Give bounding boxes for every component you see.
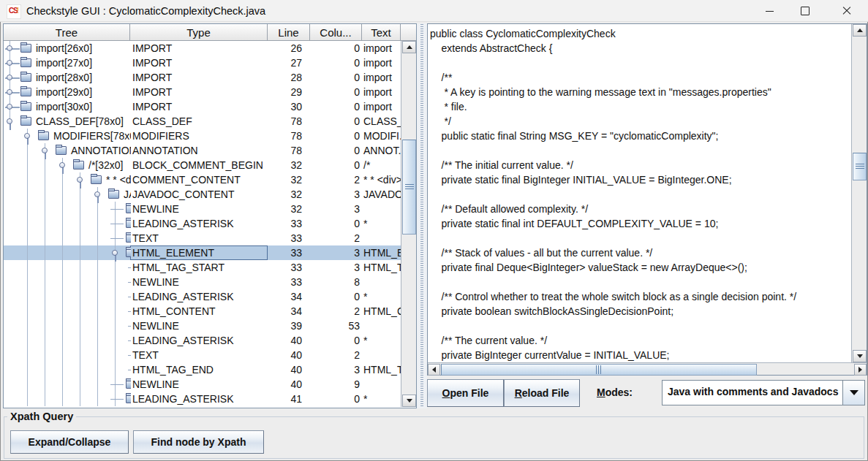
checkstyle-app-icon: CS! — [7, 4, 21, 19]
parse-mode-combobox[interactable]: Java with comments and Javadocs — [662, 380, 865, 405]
tree-table-row-text[interactable]: TEXT402 — [4, 348, 416, 362]
cell-line: 32 — [268, 187, 310, 202]
tree-table-row-html_content[interactable]: HTML_CONTENT342HTML_C... — [4, 304, 416, 319]
code-hscroll-thumb[interactable] — [441, 364, 757, 376]
cell-col: 0 — [310, 392, 362, 406]
tree-table-row-newline[interactable]: NEWLINE323 — [4, 202, 416, 216]
maximize-button[interactable] — [788, 0, 822, 22]
column-header-colu[interactable]: Colu... — [310, 24, 362, 41]
column-header-text[interactable]: Text — [362, 24, 401, 41]
cell-tree — [4, 187, 130, 202]
combobox-dropdown-button[interactable] — [842, 381, 864, 405]
chevron-down-icon — [850, 390, 858, 395]
cell-type: NEWLINE — [130, 377, 268, 392]
code-vscroll-thumb[interactable] — [853, 153, 867, 180]
source-code-text[interactable]: public class CyclomaticComplexityCheck e… — [428, 24, 850, 362]
cell-text — [362, 319, 401, 333]
app-icon-cs-text: CS — [9, 7, 18, 15]
checkstyle-gui-window: CS! Checkstyle GUI : CyclomaticComplexit… — [0, 0, 868, 461]
scroll-up-button[interactable] — [402, 41, 416, 53]
cell-line: 78 — [268, 114, 310, 129]
tree-table-row-newline[interactable]: NEWLINE409 — [4, 377, 416, 392]
cell-text — [362, 202, 401, 216]
cell-col: 0 — [310, 158, 362, 172]
reload-file-button[interactable]: Reload File — [504, 379, 580, 407]
cell-type: HTML_TAG_START — [130, 260, 268, 275]
tree-table-row-leading_asterisk[interactable]: LEADING_ASTERISK340* — [4, 289, 416, 304]
tree-table-row-comment_content[interactable]: COMMENT_CONTENT322* * <div>... — [4, 172, 416, 187]
tree-table-row-leading_asterisk[interactable]: LEADING_ASTERISK400* — [4, 333, 416, 348]
cell-line: 26 — [268, 41, 310, 56]
cell-tree — [4, 377, 130, 392]
scroll-down-button[interactable] — [853, 350, 867, 362]
tree-vertical-scrollbar[interactable] — [401, 41, 416, 407]
cell-text: /* — [362, 158, 401, 172]
tree-table-row-class_def[interactable]: CLASS_DEF780CLASS_... — [4, 114, 416, 129]
cell-col: 0 — [310, 70, 362, 85]
cell-text: MODIFI... — [362, 129, 401, 143]
tree-vscroll-thumb[interactable] — [402, 140, 416, 235]
cell-text: import — [362, 85, 401, 99]
tree-table-row-import[interactable]: IMPORT290import — [4, 85, 416, 99]
tree-table-row-import[interactable]: IMPORT270import — [4, 56, 416, 70]
arrow-down-icon — [857, 354, 863, 358]
tree-table-row-block_comment_begin[interactable]: BLOCK_COMMENT_BEGIN320/* — [4, 158, 416, 172]
tree-table-row-text[interactable]: TEXT332 — [4, 231, 416, 245]
scroll-right-button[interactable] — [854, 364, 867, 376]
scroll-left-button[interactable] — [428, 364, 440, 376]
tree-table-row-leading_asterisk[interactable]: LEADING_ASTERISK330* — [4, 216, 416, 231]
tree-table-row-html_tag_end[interactable]: HTML_TAG_END403HTML_T... — [4, 362, 416, 377]
cell-tree — [4, 348, 130, 362]
scroll-up-button[interactable] — [853, 24, 867, 37]
cell-line: 78 — [268, 129, 310, 143]
tree-table-row-html_element[interactable]: HTML_ELEMENT333HTML_E... — [4, 245, 416, 260]
cell-col: 2 — [310, 231, 362, 245]
cell-type: LEADING_ASTERISK — [130, 289, 268, 304]
cell-line: 27 — [268, 56, 310, 70]
cell-col: 0 — [310, 56, 362, 70]
minimize-button[interactable] — [752, 0, 786, 22]
tree-table-row-newline[interactable]: NEWLINE338 — [4, 275, 416, 289]
cell-line: 33 — [268, 231, 310, 245]
find-node-by-xpath-button[interactable]: Find node by Xpath — [133, 430, 264, 454]
cell-tree — [4, 129, 130, 143]
tree-table-row-annotation[interactable]: ANNOTATION780ANNOT... — [4, 143, 416, 158]
cell-col: 53 — [310, 319, 362, 333]
scroll-down-button[interactable] — [402, 395, 416, 407]
tree-table-row-modifiers[interactable]: MODIFIERS780MODIFI... — [4, 129, 416, 143]
cell-type: HTML_ELEMENT — [130, 245, 268, 260]
code-vertical-scrollbar[interactable] — [851, 24, 867, 362]
cell-text: * — [362, 216, 401, 231]
cell-line: 33 — [268, 216, 310, 231]
column-header-type[interactable]: Type — [130, 24, 268, 41]
cell-line: 32 — [268, 158, 310, 172]
tree-table-row-html_tag_start[interactable]: HTML_TAG_START333HTML_T... — [4, 260, 416, 275]
tree-table-row-leading_asterisk[interactable]: LEADING_ASTERISK410* — [4, 392, 416, 406]
tree-table-row-newline[interactable]: NEWLINE3953 — [4, 319, 416, 333]
column-header-tree[interactable]: Tree — [4, 24, 130, 41]
close-button[interactable] — [830, 0, 864, 22]
code-horizontal-scrollbar[interactable] — [428, 362, 867, 375]
cell-type: MODIFIERS — [130, 129, 268, 143]
cell-col: 0 — [310, 216, 362, 231]
minimize-icon — [766, 11, 774, 12]
column-header-line[interactable]: Line — [268, 24, 310, 41]
cell-tree — [4, 260, 130, 275]
cell-col: 3 — [310, 362, 362, 377]
open-file-button[interactable]: Open File — [427, 379, 504, 407]
modes-label: Modes: — [597, 386, 633, 398]
tree-table-row-import[interactable]: IMPORT300import — [4, 99, 416, 114]
cell-text: HTML_T... — [362, 362, 401, 377]
close-icon — [842, 7, 851, 15]
cell-type: BLOCK_COMMENT_BEGIN — [130, 158, 268, 172]
cell-line: 29 — [268, 85, 310, 99]
thumb-grip — [856, 164, 864, 170]
split-pane-divider[interactable] — [417, 23, 427, 408]
arrow-up-icon — [857, 28, 863, 32]
tree-table-row-import[interactable]: IMPORT260import — [4, 41, 416, 56]
tree-table-row-import[interactable]: IMPORT280import — [4, 70, 416, 85]
title-bar[interactable]: CS! Checkstyle GUI : CyclomaticComplexit… — [0, 0, 868, 22]
tree-table-row-javadoc_content[interactable]: JAVADOC_CONTENT323JAVADO... — [4, 187, 416, 202]
expand-collapse-button[interactable]: Expand/Collapse — [10, 430, 129, 454]
cell-type: IMPORT — [130, 56, 268, 70]
